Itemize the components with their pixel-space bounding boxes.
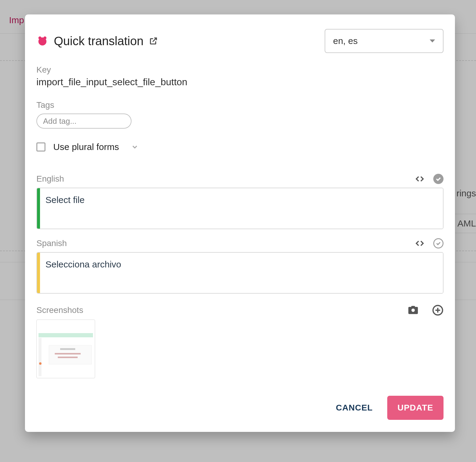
key-value: import_file_input_select_file_button <box>36 76 444 88</box>
camera-icon[interactable] <box>407 304 419 316</box>
plural-label: Use plural forms <box>53 142 119 152</box>
cancel-button[interactable]: CANCEL <box>333 397 376 419</box>
modal-title: Quick translation <box>54 34 144 48</box>
svg-point-2 <box>43 36 46 39</box>
update-button[interactable]: UPDATE <box>387 396 444 420</box>
screenshot-thumbnail[interactable] <box>36 320 95 378</box>
svg-point-1 <box>39 36 42 39</box>
language-selector-value: en, es <box>333 36 358 46</box>
tags-label: Tags <box>36 100 444 110</box>
quick-translation-modal: Quick translation en, es Key import_file… <box>25 14 455 432</box>
open-external-icon[interactable] <box>149 36 158 45</box>
caret-down-icon <box>430 39 435 42</box>
add-screenshot-icon[interactable] <box>432 304 444 316</box>
chevron-down-icon[interactable] <box>127 143 139 151</box>
status-bar-green <box>37 188 40 229</box>
code-icon[interactable] <box>415 174 424 183</box>
plural-checkbox[interactable] <box>36 142 45 151</box>
translation-input-spanish[interactable] <box>40 253 443 293</box>
language-name-english: English <box>36 174 64 184</box>
svg-point-3 <box>411 308 415 312</box>
app-logo-icon <box>36 35 48 47</box>
tags-input[interactable] <box>36 114 131 129</box>
status-reviewed-icon[interactable] <box>433 174 444 184</box>
translation-input-english[interactable] <box>40 188 443 229</box>
language-selector[interactable]: en, es <box>325 29 444 53</box>
code-icon[interactable] <box>415 239 424 248</box>
status-translated-icon[interactable] <box>433 238 444 248</box>
language-name-spanish: Spanish <box>36 239 67 248</box>
status-bar-yellow <box>37 253 40 293</box>
key-label: Key <box>36 65 444 75</box>
screenshots-label: Screenshots <box>36 305 83 315</box>
